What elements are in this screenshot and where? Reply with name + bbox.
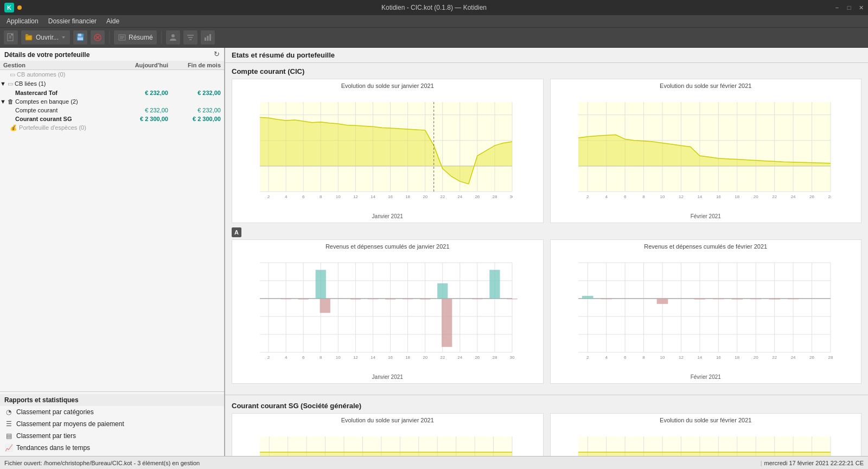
charts-row: Evolution du solde sur janvier 2021 -100…: [232, 413, 861, 456]
save-button[interactable]: [73, 30, 88, 45]
portfolio-section: Détails de votre portefeuille ↻ Gestion …: [0, 48, 224, 391]
table-row[interactable]: ▼ ▭ CB liées (1): [0, 79, 224, 88]
svg-text:22: 22: [772, 194, 777, 199]
titlebar: K Kotidien - CIC.kot (0.1.8) — Kotidien …: [0, 0, 868, 15]
user-button[interactable]: [165, 30, 181, 45]
svg-rect-165: [489, 270, 500, 299]
chart-bar-xlabel: Janvier 2021: [235, 374, 540, 380]
chart-xlabel: Février 2021: [554, 213, 858, 219]
bar-chart-area: -3000-2000-10000100020002468101214161820…: [554, 252, 858, 373]
resume-icon: [118, 33, 126, 42]
svg-text:2: 2: [586, 355, 589, 360]
svg-text:10: 10: [660, 355, 665, 360]
account-section: Courant courant SG (Société générale)Evo…: [225, 397, 868, 456]
svg-rect-162: [437, 283, 448, 299]
minimize-button[interactable]: −: [832, 3, 842, 12]
report-item[interactable]: ☰ Classement par moyens de paiement: [0, 418, 224, 430]
svg-text:10: 10: [660, 194, 665, 199]
svg-rect-21: [205, 37, 206, 41]
svg-rect-22: [207, 36, 208, 41]
table-cell-endmonth: € 2 300,00: [171, 115, 224, 123]
svg-rect-156: [320, 299, 330, 313]
table-cell-label: Courant courant SG: [0, 115, 119, 123]
report-label: Classement par catégories: [16, 408, 94, 416]
svg-rect-301: [831, 426, 836, 456]
resume-label: Résumé: [129, 34, 153, 41]
portfolio-table: Gestion Aujourd'hui Fin de mois ▭ CB aut…: [0, 61, 224, 132]
svg-rect-216: [731, 299, 743, 300]
right-panel-content[interactable]: Compte courant (CIC)Evolution du solde s…: [225, 63, 868, 456]
open-dropdown-icon: [61, 35, 66, 40]
filter-button[interactable]: [183, 30, 198, 45]
table-row[interactable]: Mastercard Tof € 232,00 € 232,00: [0, 88, 224, 97]
status-file: Fichier ouvert: /home/christophe/Bureau/…: [4, 460, 758, 466]
svg-rect-160: [403, 299, 413, 299]
svg-text:8: 8: [642, 355, 645, 360]
report-label: Tendances dans le temps: [16, 444, 90, 452]
svg-text:18: 18: [405, 194, 410, 199]
open-button[interactable]: Ouvrir...: [21, 30, 71, 45]
table-cell-today: [119, 97, 171, 106]
table-cell-label: 💰 Portefeuille d'espèces (0): [0, 123, 119, 132]
right-panel-header: Etats et résumé du portefeuille: [225, 48, 868, 63]
open-label: Ouvrir...: [36, 34, 59, 41]
account-title: Courant courant SG (Société générale): [232, 402, 861, 410]
svg-text:20: 20: [753, 194, 758, 199]
svg-rect-168: [235, 252, 259, 371]
resume-button[interactable]: Résumé: [113, 30, 157, 45]
svg-rect-108: [831, 91, 836, 211]
bar-chart-area: -3000-2000-10000100020002468101214161820…: [235, 252, 540, 373]
table-cell-today: [119, 70, 171, 80]
annotation-icon: A: [232, 227, 241, 237]
menu-application[interactable]: Application: [2, 16, 43, 26]
table-row[interactable]: ▼ 🗑 Comptes en banque (2): [0, 97, 224, 106]
svg-rect-261: [513, 426, 518, 456]
svg-text:4: 4: [605, 194, 608, 199]
table-row[interactable]: 💰 Portefeuille d'espèces (0): [0, 123, 224, 132]
svg-rect-213: [656, 299, 668, 304]
new-button[interactable]: [3, 30, 18, 45]
table-cell-today: € 2 300,00: [119, 115, 171, 123]
window-controls[interactable]: − □ ✕: [832, 3, 866, 12]
chart-xlabel: Janvier 2021: [235, 213, 540, 219]
portfolio-header: Détails de votre portefeuille ↻: [0, 48, 224, 61]
svg-text:24: 24: [790, 355, 795, 360]
svg-text:4: 4: [285, 355, 288, 360]
svg-text:24: 24: [457, 355, 462, 360]
svg-rect-166: [507, 299, 517, 299]
svg-text:28: 28: [828, 355, 833, 360]
chart-button[interactable]: [200, 30, 215, 45]
close-button[interactable]: ✕: [856, 3, 866, 12]
table-cell-today: € 232,00: [119, 106, 171, 115]
chart-container: Evolution du solde sur février 2021 -100…: [550, 79, 862, 223]
svg-point-17: [171, 34, 175, 37]
report-item[interactable]: ▤ Classement par tiers: [0, 430, 224, 442]
svg-text:12: 12: [353, 194, 358, 199]
svg-text:4: 4: [285, 194, 288, 199]
cancel-button[interactable]: [90, 30, 105, 45]
left-panel: Détails de votre portefeuille ↻ Gestion …: [0, 48, 225, 456]
logo-dot: [17, 5, 22, 10]
report-item[interactable]: 📈 Tendances dans le temps: [0, 442, 224, 454]
svg-text:16: 16: [388, 355, 393, 360]
table-row[interactable]: ▭ CB autonomes (0): [0, 70, 224, 80]
svg-rect-217: [750, 299, 761, 299]
svg-rect-9: [78, 34, 81, 36]
menu-dossier-financier[interactable]: Dossier financier: [44, 16, 101, 26]
refresh-button[interactable]: ↻: [214, 50, 220, 58]
table-cell-today: [119, 123, 171, 132]
save-icon: [76, 33, 85, 42]
table-cell-label: Compte courant: [0, 106, 119, 115]
status-date: mercredi 17 février 2021 22:22:21 CE: [764, 460, 864, 466]
table-row[interactable]: Compte courant € 232,00 € 232,00: [0, 106, 224, 115]
svg-text:16: 16: [388, 194, 393, 199]
table-row[interactable]: Courant courant SG € 2 300,00 € 2 300,00: [0, 115, 224, 123]
svg-text:18: 18: [735, 194, 739, 199]
report-item[interactable]: ◔ Classement par catégories: [0, 406, 224, 418]
logo-icon: K: [4, 3, 14, 12]
maximize-button[interactable]: □: [844, 3, 854, 12]
menu-aide[interactable]: Aide: [102, 16, 124, 26]
table-cell-today: [119, 79, 171, 88]
chart-area: -1000010002000246810121416182022242628 S…: [554, 91, 858, 212]
svg-text:18: 18: [735, 355, 739, 360]
